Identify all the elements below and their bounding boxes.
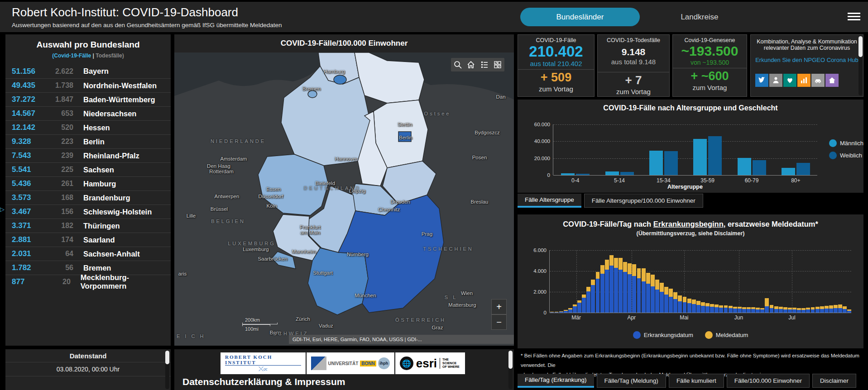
daily-bar[interactable]	[600, 265, 604, 313]
daily-bar[interactable]	[577, 300, 581, 313]
daily-bar[interactable]	[586, 287, 590, 313]
bundesland-row[interactable]: 7.543239Rheinland-Pfalz	[5, 148, 171, 162]
bundesland-row[interactable]: 3.573168Brandenburg	[5, 190, 171, 205]
daily-title-link[interactable]: Erkrankungsbeginn	[653, 220, 724, 228]
daily-bar[interactable]	[642, 268, 646, 313]
map-state-bremen[interactable]	[308, 90, 317, 98]
age-bar-weiblich[interactable]	[796, 163, 810, 175]
bundesland-row[interactable]: 2.03164Sachsen-Anhalt	[5, 247, 171, 261]
tab-fälle-tag-erkrankung-[interactable]: Fälle/Tag (Erkrankung)	[518, 374, 594, 388]
daily-bar[interactable]	[683, 297, 687, 313]
daily-bar[interactable]	[701, 302, 705, 313]
daily-bar[interactable]	[825, 306, 829, 313]
daily-bar[interactable]	[568, 308, 572, 313]
daily-bar[interactable]	[843, 306, 847, 313]
daily-bar[interactable]	[765, 298, 769, 313]
hamburger-menu-icon[interactable]	[848, 11, 860, 22]
age-bar-weiblich[interactable]	[620, 172, 634, 175]
daily-bar[interactable]	[792, 308, 796, 313]
npgeo-hub-link[interactable]: Erkunden Sie den NPGEO Corona Hub	[751, 57, 863, 63]
bundesland-row[interactable]: 1.78256Bremen	[5, 261, 171, 275]
age-bar-männlich[interactable]	[693, 139, 707, 175]
daily-bar[interactable]	[774, 306, 778, 313]
zoom-out-button[interactable]: −	[491, 314, 507, 330]
daily-bar[interactable]	[555, 312, 559, 313]
npgeo-scrollbar[interactable]	[858, 36, 863, 95]
age-bar-weiblich[interactable]	[576, 174, 590, 175]
daily-bar[interactable]	[655, 280, 659, 313]
daily-bar[interactable]	[646, 273, 650, 313]
panel-expand-arrow-icon[interactable]: ▷	[0, 206, 5, 213]
daily-bar[interactable]	[760, 308, 764, 313]
daily-bar[interactable]	[623, 262, 627, 313]
daily-bar[interactable]	[751, 307, 755, 313]
daily-bar[interactable]	[628, 263, 632, 313]
daily-bar[interactable]	[692, 300, 696, 313]
home-icon[interactable]	[825, 74, 839, 87]
age-bar-männlich[interactable]	[782, 168, 795, 175]
daily-bar[interactable]	[797, 308, 801, 313]
person-icon[interactable]	[769, 74, 782, 87]
map-home-icon[interactable]	[466, 60, 475, 69]
bundesland-row[interactable]: 9.328223Berlin	[5, 134, 171, 148]
zoom-in-button[interactable]: +	[491, 299, 507, 314]
datenstand-scrollbar[interactable]	[165, 350, 169, 389]
daily-bar[interactable]	[614, 258, 618, 313]
daily-bar[interactable]	[710, 304, 714, 313]
daily-bar[interactable]	[651, 275, 655, 313]
daily-bar[interactable]	[632, 264, 636, 313]
daily-bar[interactable]	[806, 308, 810, 313]
germany-map[interactable]	[174, 52, 514, 346]
map-state-baden-wuerttemberg[interactable]	[308, 248, 368, 315]
daily-bar[interactable]	[829, 305, 833, 313]
daily-bar[interactable]	[664, 287, 668, 313]
bundesland-row[interactable]: 12.142520Hessen	[5, 120, 171, 134]
age-bar-weiblich[interactable]	[664, 151, 678, 175]
bundesland-row[interactable]: 51.1562.622Bayern	[5, 64, 171, 78]
bundesland-row[interactable]: 37.2721.847Baden-Württemberg	[5, 92, 171, 106]
tab-fälle-altersgruppe-100-000-einwohner[interactable]: Fälle Altersgruppe/100.000 Einwohner	[584, 194, 703, 208]
bundesland-row[interactable]: 2.881174Saarland	[5, 233, 171, 247]
legend-item[interactable]: Erkrankungsdatum	[633, 331, 693, 339]
map-state-hamburg[interactable]	[334, 75, 346, 84]
age-bar-weiblich[interactable]	[708, 136, 722, 175]
daily-bar[interactable]	[815, 307, 820, 313]
daily-bar[interactable]	[847, 309, 851, 313]
bundesland-row[interactable]: 3.467156Schleswig-Holstein	[5, 205, 171, 219]
impressum-heading[interactable]: Datenschutzerklärung & Impressum	[182, 376, 345, 387]
bundesland-row[interactable]: 5.541225Sachsen	[5, 162, 171, 176]
daily-bar[interactable]	[669, 289, 673, 313]
car-icon[interactable]	[811, 74, 825, 87]
map-basemap-icon[interactable]	[493, 60, 502, 69]
map-state-berlin[interactable]	[398, 132, 411, 142]
tab-landkreise[interactable]: Landkreise	[670, 8, 729, 26]
daily-bar[interactable]	[582, 295, 586, 313]
daily-bar[interactable]	[687, 299, 691, 313]
daily-bar[interactable]	[742, 307, 746, 313]
daily-bar[interactable]	[673, 292, 677, 313]
daily-bar[interactable]	[719, 305, 723, 313]
chart-icon[interactable]	[797, 74, 810, 87]
age-bar-weiblich[interactable]	[753, 160, 766, 175]
daily-bar[interactable]	[605, 260, 609, 313]
map-search-icon[interactable]	[453, 60, 462, 69]
daily-bar[interactable]	[820, 306, 824, 313]
daily-bar[interactable]	[756, 308, 760, 313]
age-bar-männlich[interactable]	[605, 171, 619, 175]
impressum-scrollbar[interactable]	[508, 350, 513, 389]
daily-bar[interactable]	[738, 307, 742, 313]
legend-item[interactable]: Meldedatum	[705, 331, 748, 339]
daily-bar[interactable]	[747, 307, 751, 313]
bundesland-row[interactable]: 87720Mecklenburg-Vorpommern	[5, 275, 171, 289]
daily-bar[interactable]	[801, 308, 806, 313]
tab-disclaimer[interactable]: Disclaimer	[812, 374, 856, 388]
tab-fälle-tag-meldung-[interactable]: Fälle/Tag (Meldung)	[597, 374, 666, 388]
age-bar-männlich[interactable]	[561, 173, 575, 175]
daily-bar[interactable]	[733, 307, 737, 313]
daily-bar[interactable]	[559, 311, 563, 313]
daily-bar[interactable]	[609, 255, 614, 313]
daily-bar[interactable]	[591, 280, 595, 313]
daily-bar[interactable]	[788, 308, 792, 313]
daily-bar[interactable]	[838, 304, 842, 313]
age-bar-männlich[interactable]	[738, 158, 751, 175]
